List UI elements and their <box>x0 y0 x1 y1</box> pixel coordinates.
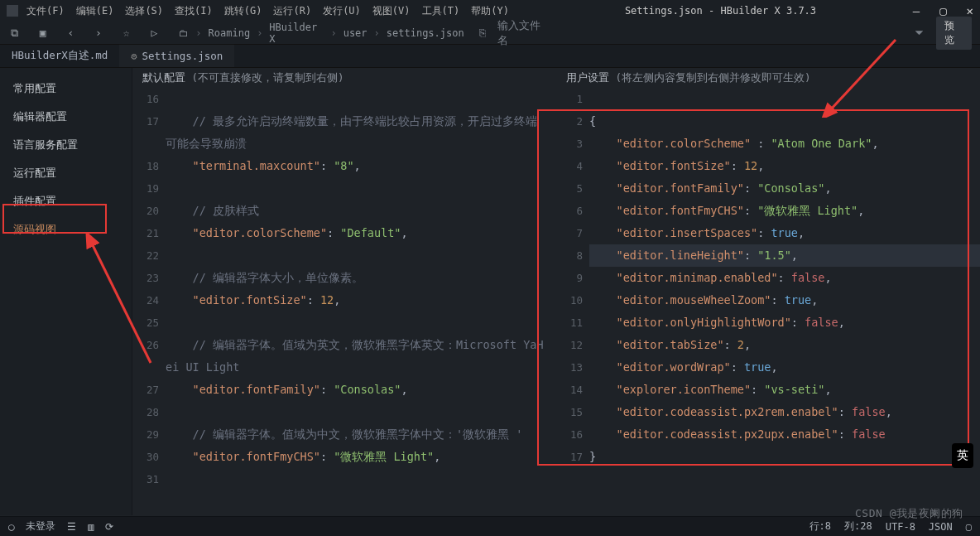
preview-button[interactable]: 预览 <box>936 17 973 50</box>
code-content: "editor.colorScheme" : "Atom One Dark", <box>589 133 980 155</box>
code-line[interactable]: 8 "editor.lineHeight": "1.5", <box>556 244 980 267</box>
code-line[interactable]: 16 "editor.codeassist.px2upx.enabel": fa… <box>556 423 980 446</box>
line-number: 30 <box>132 446 166 468</box>
code-content: "editor.onlyHighlightWord": false, <box>589 311 980 334</box>
code-line[interactable]: 10 "editor.mouseWheelZoom": true, <box>556 289 980 311</box>
code-line[interactable]: 15 "editor.codeassist.px2rem.enabel": fa… <box>556 401 980 423</box>
code-line[interactable]: 2{ <box>556 110 980 133</box>
menu-item[interactable]: 文件(F) <box>26 4 65 18</box>
code-content: "editor.lineHeight": "1.5", <box>589 244 980 267</box>
code-line[interactable]: 26 // 编辑器字体。值域为英文，微软雅黑字体英文：Microsoft YaH… <box>132 334 556 379</box>
window-title: Settings.json - HBuilder X 3.7.3 <box>625 5 816 17</box>
code-line[interactable]: 11 "editor.onlyHighlightWord": false, <box>556 311 980 334</box>
outline-icon[interactable]: ☰ <box>67 521 76 533</box>
line-number: 10 <box>556 289 589 311</box>
code-line[interactable]: 12 "editor.tabSize": 2, <box>556 334 980 356</box>
menu-item[interactable]: 编辑(E) <box>76 4 114 18</box>
user-icon[interactable]: ◯ <box>8 521 14 533</box>
code-content: "editor.colorScheme": "Default", <box>166 222 556 244</box>
status-encoding[interactable]: UTF-8 <box>886 521 915 533</box>
code-line[interactable]: 19 <box>132 177 556 200</box>
menu-item[interactable]: 发行(U) <box>323 4 361 18</box>
code-line[interactable]: 17 // 最多允许启动终端数量，由于终端比较占用资源，开启过多终端可能会导致崩… <box>132 110 556 155</box>
panel-toggle-icon[interactable]: ⧉ <box>8 27 22 40</box>
file-search-label[interactable]: 输入文件名 <box>497 18 550 48</box>
code-content: "editor.codeassist.px2rem.enabel": false… <box>589 401 980 423</box>
settings-sidebar: 常用配置编辑器配置语言服务配置运行配置插件配置源码视图 <box>0 68 132 515</box>
code-content: // 编辑器字体。值域为英文，微软雅黑字体英文：Microsoft YaHei … <box>166 334 556 379</box>
editor-tab[interactable]: HBuilderX自述.md <box>0 45 119 67</box>
sidebar-item[interactable]: 语言服务配置 <box>0 131 132 159</box>
code-line[interactable]: 21 "editor.colorScheme": "Default", <box>132 222 556 244</box>
editor-tab[interactable]: ⚙Settings.json <box>119 45 234 67</box>
line-number: 31 <box>132 468 166 490</box>
code-content: "editor.mouseWheelZoom": true, <box>589 289 980 311</box>
code-line[interactable]: 23 // 编辑器字体大小，单位像素。 <box>132 267 556 289</box>
line-number: 12 <box>556 334 589 356</box>
code-line[interactable]: 9 "editor.minimap.enabled": false, <box>556 267 980 289</box>
login-status[interactable]: 未登录 <box>26 519 55 534</box>
code-line[interactable]: 28 <box>132 401 556 423</box>
code-line[interactable]: 25 <box>132 311 556 334</box>
code-line[interactable]: 22 <box>132 244 556 267</box>
line-number: 2 <box>556 110 589 133</box>
code-line[interactable]: 30 "editor.fontFmyCHS": "微软雅黑 Light", <box>132 446 556 468</box>
sidebar-item[interactable]: 编辑器配置 <box>0 103 132 131</box>
layout-icon[interactable]: ▥ <box>88 521 94 533</box>
code-line[interactable]: 20 // 皮肤样式 <box>132 200 556 222</box>
filter-icon[interactable]: ⏷ <box>914 27 925 39</box>
run-icon[interactable]: ▷ <box>148 27 161 40</box>
code-line[interactable]: 24 "editor.fontSize": 12, <box>132 289 556 311</box>
code-line[interactable]: 16 <box>132 88 556 110</box>
line-number: 7 <box>556 222 589 244</box>
breadcrumb-item[interactable]: user <box>343 27 368 39</box>
folder-icon: 🗀 <box>179 27 189 39</box>
code-line[interactable]: 27 "editor.fontFamily": "Consolas", <box>132 379 556 401</box>
line-number: 16 <box>556 423 589 446</box>
code-line[interactable]: 4 "editor.fontSize": 12, <box>556 155 980 177</box>
menu-item[interactable]: 工具(T) <box>422 4 460 18</box>
menu-item[interactable]: 视图(V) <box>372 4 411 18</box>
user-settings-editor[interactable]: 12{3 "editor.colorScheme" : "Atom One Da… <box>556 88 980 515</box>
menu-item[interactable]: 查找(I) <box>175 4 213 18</box>
breadcrumb-item[interactable]: settings.json <box>387 27 464 39</box>
code-content: // 皮肤样式 <box>166 200 556 222</box>
default-settings-editor[interactable]: 1617 // 最多允许启动终端数量，由于终端比较占用资源，开启过多终端可能会导… <box>132 88 556 515</box>
breadcrumb-item[interactable]: Roaming <box>209 27 251 39</box>
breadcrumb[interactable]: 🗀 › Roaming› HBuilder X› user› settings.… <box>179 22 464 45</box>
breadcrumb-item[interactable]: HBuilder X <box>269 22 324 45</box>
notifications-icon[interactable]: ▢ <box>966 521 972 533</box>
status-col[interactable]: 列:28 <box>844 519 872 534</box>
terminal-icon[interactable]: ▣ <box>36 27 50 40</box>
code-line[interactable]: 1 <box>556 88 980 110</box>
sync-icon[interactable]: ⟳ <box>105 521 113 533</box>
sidebar-item[interactable]: 插件配置 <box>0 187 132 215</box>
search-file-icon[interactable]: ⎘ <box>479 27 486 39</box>
code-line[interactable]: 5 "editor.fontFamily": "Consolas", <box>556 177 980 200</box>
code-line[interactable]: 13 "editor.wordWrap": true, <box>556 356 980 379</box>
favorite-icon[interactable]: ☆ <box>120 27 133 40</box>
code-line[interactable]: 29 // 编辑器字体。值域为中文，微软雅黑字体中文：'微软雅黑 ' <box>132 423 556 446</box>
sidebar-item[interactable]: 运行配置 <box>0 159 132 187</box>
status-line[interactable]: 行:8 <box>809 519 831 534</box>
code-content: } <box>589 446 980 468</box>
status-syntax[interactable]: JSON <box>929 521 953 533</box>
sidebar-item[interactable]: 源码视图 <box>0 215 132 244</box>
ime-indicator[interactable]: 英 <box>952 443 973 468</box>
code-line[interactable]: 6 "editor.fontFmyCHS": "微软雅黑 Light", <box>556 200 980 222</box>
nav-forward-icon[interactable]: › <box>92 27 105 40</box>
code-line[interactable]: 14 "explorer.iconTheme": "vs-seti", <box>556 379 980 401</box>
code-line[interactable]: 31 <box>132 468 556 490</box>
line-number: 15 <box>556 401 589 423</box>
code-line[interactable]: 7 "editor.insertSpaces": true, <box>556 222 980 244</box>
sidebar-item[interactable]: 常用配置 <box>0 75 132 103</box>
code-line[interactable]: 17} <box>556 446 980 468</box>
user-settings-header: 用户设置 (将左侧内容复制到右侧并修改即可生效) <box>556 68 980 88</box>
code-line[interactable]: 18 "terminal.maxcount": "8", <box>132 155 556 177</box>
code-line[interactable]: 3 "editor.colorScheme" : "Atom One Dark"… <box>556 133 980 155</box>
menu-item[interactable]: 跳转(G) <box>224 4 262 18</box>
default-settings-pane: 默认配置 (不可直接修改，请复制到右侧) 1617 // 最多允许启动终端数量，… <box>132 68 556 515</box>
menu-item[interactable]: 选择(S) <box>125 4 163 18</box>
menu-item[interactable]: 运行(R) <box>273 4 311 18</box>
nav-back-icon[interactable]: ‹ <box>64 27 77 40</box>
